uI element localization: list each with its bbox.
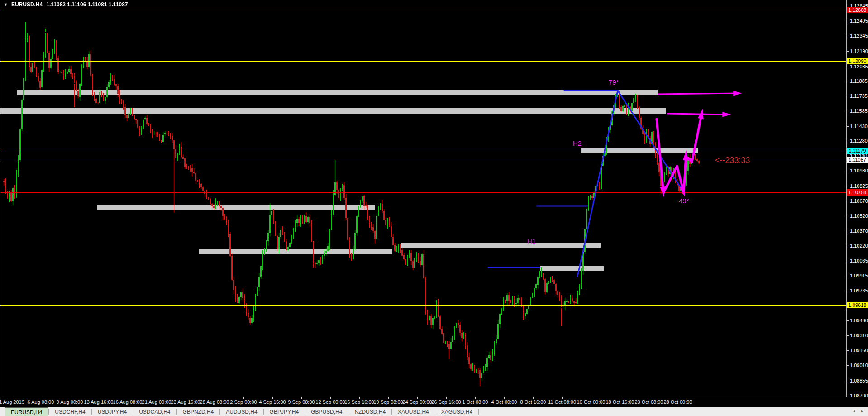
price-axis-tick: 1.08855	[850, 378, 868, 383]
price-axis-tick: 1.10670	[850, 198, 868, 204]
price-axis-tickmark	[847, 350, 849, 351]
price-axis-tick: 1.09160	[850, 348, 868, 353]
price-axis-tickmark	[847, 335, 849, 336]
price-axis-badge: 1.11087	[847, 157, 868, 163]
price-axis-tick: 1.09765	[850, 288, 868, 293]
price-axis-tickmark	[847, 111, 849, 111]
tab-scroll-right-icon[interactable]: ►	[860, 409, 864, 413]
chart-title-ohlc: 1.11082 1.11106 1.11081 1.11087	[46, 1, 128, 8]
price-axis-tickmark	[847, 291, 849, 291]
price-axis-tickmark	[847, 261, 849, 261]
price-axis-tick: 1.10065	[850, 258, 868, 263]
price-axis-tickmark	[847, 156, 849, 156]
price-axis-tick: 1.09915	[850, 273, 868, 278]
price-axis-tick: 1.10370	[850, 228, 868, 234]
price-axis-tickmark	[847, 51, 849, 52]
price-axis-badge: 1.11179	[847, 148, 868, 154]
price-axis[interactable]: 1.126451.124951.123451.121901.120351.118…	[846, 0, 868, 397]
tab-xagusd-h4[interactable]: XAGUSD,H4	[435, 407, 478, 416]
tab-gbpnzd-h4[interactable]: GBPNZD,H4	[177, 407, 220, 416]
price-axis-tickmark	[847, 201, 849, 201]
price-axis-tickmark	[847, 365, 849, 366]
price-axis-tickmark	[847, 36, 849, 36]
price-axis-tickmark	[847, 96, 849, 96]
time-axis[interactable]: 1 Aug 20196 Aug 08:009 Aug 00:0013 Aug 1…	[0, 397, 846, 407]
price-axis-badge: 1.09618	[847, 302, 868, 308]
tab-separator	[478, 409, 479, 415]
time-axis-label: 28 Oct 00:00	[658, 399, 698, 405]
tab-nzdusd-h4[interactable]: NZDUSD,H4	[348, 407, 391, 416]
price-axis-tick: 1.11280	[850, 138, 868, 143]
price-axis-badge: 1.12608	[847, 7, 868, 13]
price-axis-tick: 1.12035	[850, 64, 868, 69]
price-axis-tick: 1.10220	[850, 243, 868, 249]
price-axis-tickmark	[847, 81, 849, 81]
chart-canvas[interactable]	[0, 0, 846, 397]
price-axis-tickmark	[847, 171, 849, 171]
price-axis-tick: 1.09310	[850, 333, 868, 338]
chart-tab-bar: EURUSD,H4USDCHF,H4USDJPY,H4USDCAD,H4GBPN…	[0, 407, 868, 416]
price-axis-tickmark	[847, 396, 849, 396]
price-axis-tick: 1.10825	[850, 183, 868, 189]
tab-scrollbar: ◄ ►	[852, 409, 864, 413]
price-axis-tick: 1.09460	[850, 318, 868, 323]
price-axis-tick: 1.08700	[850, 393, 868, 398]
price-axis-badge: 1.12090	[847, 58, 868, 64]
price-axis-tick: 1.11735	[850, 93, 868, 99]
price-axis-tick: 1.11585	[850, 108, 868, 114]
price-axis-tick: 1.12190	[850, 48, 868, 54]
chart-title-bar: ▼ EURUSD,H4 1.11082 1.11106 1.11081 1.11…	[4, 1, 128, 8]
price-axis-tick: 1.11430	[850, 124, 868, 129]
price-axis-tickmark	[847, 67, 849, 67]
tab-gbpjpy-h4[interactable]: GBPJPY,H4	[264, 407, 305, 416]
price-axis-tickmark	[847, 126, 849, 127]
price-axis-tick: 1.11885	[850, 78, 868, 84]
price-axis-tick: 1.12345	[850, 33, 868, 38]
price-axis-tick: 1.12495	[850, 18, 868, 24]
price-axis-tickmark	[847, 320, 849, 321]
price-axis-tickmark	[847, 246, 849, 246]
tab-usdjpy-h4[interactable]: USDJPY,H4	[92, 407, 133, 416]
price-axis-tick: 1.10980	[850, 168, 868, 173]
price-axis-tickmark	[847, 21, 849, 21]
price-axis-tickmark	[847, 216, 849, 216]
price-axis-tickmark	[847, 6, 849, 6]
tab-xauusd-h4[interactable]: XAUUSD,H4	[392, 407, 435, 416]
chart-title-symbol: EURUSD,H4	[11, 1, 43, 8]
price-axis-tickmark	[847, 276, 849, 276]
tab-usdcad-h4[interactable]: USDCAD,H4	[133, 407, 176, 416]
tab-audusd-h4[interactable]: AUDUSD,H4	[220, 407, 263, 416]
price-axis-tick: 1.09010	[850, 363, 868, 368]
price-axis-tickmark	[847, 141, 849, 141]
tab-scroll-left-icon[interactable]: ◄	[852, 409, 856, 413]
mt4-chart-window: ▼ EURUSD,H4 1.11082 1.11106 1.11081 1.11…	[0, 0, 868, 416]
tab-gbpusd-h4[interactable]: GBPUSD,H4	[305, 407, 348, 416]
price-axis-badge: 1.10758	[847, 189, 868, 196]
tab-usdchf-h4[interactable]: USDCHF,H4	[49, 407, 91, 416]
price-axis-tickmark	[847, 381, 849, 381]
price-axis-tickmark	[847, 186, 849, 186]
price-axis-tick: 1.10520	[850, 213, 868, 219]
price-axis-tickmark	[847, 231, 849, 231]
tab-eurusd-h4[interactable]: EURUSD,H4	[5, 407, 48, 416]
symbol-dropdown-icon[interactable]: ▼	[4, 2, 8, 7]
